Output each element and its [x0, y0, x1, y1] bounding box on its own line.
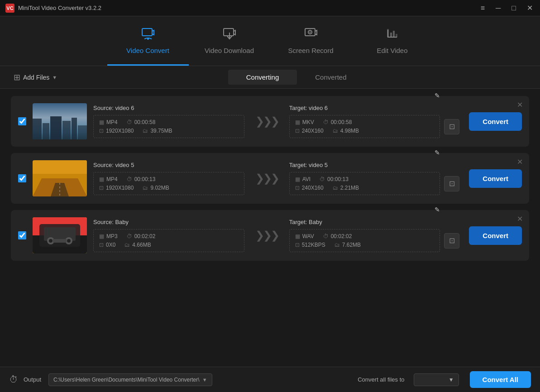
target-resolution-icon-1: ⊡ [295, 128, 300, 134]
output-path-selector[interactable]: C:\Users\Helen Green\Documents\MiniTool … [48, 373, 212, 386]
target-meta-row-3b: ⊡ 512KBPS 🗂 7.62MB [295, 242, 417, 248]
target-size-2: 🗂 2.21MB [333, 185, 359, 191]
target-format-1: ▦ MKV [295, 119, 314, 125]
target-meta-row-1b: ⊡ 240X160 🗂 4.98MB [295, 128, 417, 134]
nav-bar: Video Convert Video Download Screen Reco… [0, 16, 540, 66]
target-duration-icon-3: ⏱ [323, 233, 329, 239]
arrows-3: ❯❯❯ [255, 229, 278, 242]
svg-rect-11 [43, 123, 49, 139]
target-header-2: Target: video 5 ✎ [289, 162, 440, 168]
source-meta-row-2b: ⊡ 1920X1080 🗂 9.02MB [99, 185, 239, 191]
arrow-section-2: ❯❯❯ [251, 172, 283, 185]
convert-all-label: Convert all files to [218, 376, 405, 383]
close-button[interactable]: ✕ [525, 4, 535, 13]
close-card-btn-3[interactable]: ✕ [517, 215, 523, 223]
source-meta-row-3a: ▦ MP3 ⏱ 00:02:02 [99, 233, 239, 239]
target-header-1: Target: video 6 ✎ [289, 105, 440, 111]
resolution-icon-1: ⊡ [99, 128, 104, 134]
svg-point-1 [147, 38, 149, 40]
nav-item-screen-record[interactable]: Screen Record [270, 16, 352, 66]
output-dropdown-arrow: ▼ [202, 377, 207, 382]
convert-button-3[interactable]: Convert [469, 226, 522, 245]
source-meta-row-2a: ▦ MP4 ⏱ 00:00:13 [99, 176, 239, 182]
convert-all-dropdown[interactable]: ▼ [414, 373, 459, 386]
target-meta-row-2a: ▦ AVI ⏱ 00:00:13 [295, 176, 417, 182]
svg-point-29 [67, 239, 71, 243]
target-cursor-btn-2[interactable]: ⊡ [444, 176, 459, 191]
target-size-icon-2: 🗂 [333, 185, 338, 191]
toolbar: ⊞ Add Files ▼ Converting Converted [0, 66, 540, 89]
tabs-container: Converting Converted [62, 70, 531, 85]
maximize-button[interactable]: □ [510, 4, 518, 13]
nav-item-video-download[interactable]: Video Download [189, 16, 270, 66]
source-size-1: 🗂 39.75MB [143, 128, 172, 134]
file-info-2: Source: video 5 ▦ MP4 ⏱ 00:00:13 ⊡ [93, 162, 244, 195]
source-meta-box-2: ▦ MP4 ⏱ 00:00:13 ⊡ 1920X1080 🗂 [93, 172, 244, 195]
file-target-3: Target: Baby ✎ ▦ WAV ⏱ 00:02:02 ⊡ [289, 219, 440, 252]
file-card-3-checkbox[interactable] [18, 231, 26, 239]
file-card-2-checkbox[interactable] [18, 174, 26, 182]
file-thumb-1 [33, 103, 87, 139]
file-card-3: Source: Baby ▦ MP3 ⏱ 00:02:02 ⊡ [11, 210, 529, 261]
target-cursor-btn-1[interactable]: ⊡ [444, 119, 459, 134]
nav-label-video-download: Video Download [205, 47, 254, 54]
app-logo: VC [5, 4, 14, 13]
convert-button-2[interactable]: Convert [469, 169, 522, 188]
svg-rect-0 [142, 29, 152, 36]
target-size-icon-3: 🗂 [335, 242, 340, 248]
file-card-1: Source: video 6 ▦ MP4 ⏱ 00:00:58 ⊡ [11, 96, 529, 147]
target-meta-row-3a: ▦ WAV ⏱ 00:02:02 [295, 233, 417, 239]
file-card-1-checkbox[interactable] [18, 117, 26, 125]
svg-rect-30 [53, 239, 67, 243]
target-resolution-icon-3: ⊡ [295, 242, 300, 248]
arrows-1: ❯❯❯ [255, 115, 278, 128]
target-duration-3: ⏱ 00:02:02 [323, 233, 352, 239]
target-duration-icon-1: ⏱ [323, 119, 329, 125]
size-icon-3: 🗂 [124, 242, 130, 248]
file-info-1: Source: video 6 ▦ MP4 ⏱ 00:00:58 ⊡ [93, 105, 244, 138]
close-card-btn-2[interactable]: ✕ [517, 158, 523, 166]
resolution-icon-2: ⊡ [99, 185, 104, 191]
svg-rect-15 [78, 125, 87, 139]
convert-button-1[interactable]: Convert [469, 112, 522, 131]
svg-rect-9 [396, 34, 397, 37]
nav-item-edit-video[interactable]: Edit Video [352, 16, 433, 66]
svg-rect-10 [33, 119, 42, 139]
target-edit-btn-3[interactable]: ✎ [435, 206, 440, 213]
add-files-button[interactable]: ⊞ Add Files ▼ [9, 70, 62, 85]
duration-icon-3: ⏱ [127, 233, 132, 239]
format-icon-3: ▦ [99, 233, 104, 239]
target-cursor-btn-3[interactable]: ⊡ [444, 233, 459, 249]
convert-all-button[interactable]: Convert All [470, 371, 531, 388]
clock-icon: ⏱ [9, 374, 18, 385]
minimize-button[interactable]: ─ [494, 4, 502, 13]
bottom-bar: ⏱ Output C:\Users\Helen Green\Documents\… [0, 367, 540, 392]
arrow-section-3: ❯❯❯ [251, 229, 283, 242]
arrow-section-1: ❯❯❯ [251, 115, 283, 128]
tab-converted[interactable]: Converted [297, 70, 364, 85]
nav-item-video-convert[interactable]: Video Convert [107, 16, 189, 66]
file-thumb-2 [33, 160, 87, 196]
target-edit-btn-1[interactable]: ✎ [435, 92, 440, 99]
target-resolution-icon-2: ⊡ [295, 185, 300, 191]
close-card-btn-1[interactable]: ✕ [517, 100, 523, 109]
source-meta-box-3: ▦ MP3 ⏱ 00:02:02 ⊡ 0X0 🗂 4.66MB [93, 229, 244, 252]
menu-button[interactable]: ≡ [479, 4, 487, 13]
target-size-1: 🗂 4.98MB [333, 128, 359, 134]
duration-icon-2: ⏱ [127, 176, 132, 182]
arrows-2: ❯❯❯ [255, 172, 278, 185]
file-info-3: Source: Baby ▦ MP3 ⏱ 00:02:02 ⊡ [93, 219, 244, 252]
svg-rect-8 [393, 31, 395, 37]
target-duration-2: ⏱ 00:00:13 [320, 176, 349, 182]
source-resolution-1: ⊡ 1920X1080 [99, 128, 134, 134]
title-bar: VC MiniTool Video Converter v3.2.2 ≡ ─ □… [0, 0, 540, 16]
source-duration-2: ⏱ 00:00:13 [127, 176, 156, 182]
svg-point-27 [49, 239, 53, 243]
thumb-cassette-img [33, 217, 87, 253]
tab-converting[interactable]: Converting [228, 70, 297, 85]
add-files-dropdown-arrow: ▼ [52, 75, 57, 80]
main-content: Source: video 6 ▦ MP4 ⏱ 00:00:58 ⊡ [0, 89, 540, 367]
source-size-3: 🗂 4.66MB [124, 242, 151, 248]
target-edit-btn-2[interactable]: ✎ [435, 149, 440, 156]
svg-rect-20 [33, 160, 87, 174]
